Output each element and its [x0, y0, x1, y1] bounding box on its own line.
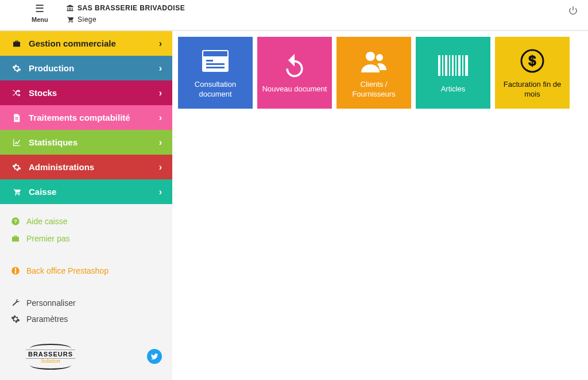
- nav-label: Gestion commerciale: [29, 39, 116, 48]
- svg-rect-17: [445, 55, 447, 76]
- cart-icon: [10, 187, 23, 197]
- nav-gestion-commerciale[interactable]: Gestion commerciale ›: [0, 31, 172, 56]
- hamburger-icon: ☰: [32, 2, 48, 15]
- nav-label: Production: [29, 63, 74, 73]
- svg-rect-23: [465, 55, 468, 76]
- link-personnaliser[interactable]: Personnaliser: [10, 298, 162, 308]
- link-label: Aide caisse: [26, 217, 68, 226]
- doc-consult-icon: [202, 47, 229, 75]
- nav-stocks[interactable]: Stocks ›: [0, 80, 172, 105]
- cog-icon: [10, 163, 23, 172]
- link-label: Back office Prestashop: [26, 266, 109, 275]
- tile-facturation[interactable]: $ Facturation fin de mois: [495, 37, 570, 109]
- svg-rect-11: [206, 63, 225, 65]
- twitter-button[interactable]: [147, 349, 162, 364]
- secondary-links: ? Aide caisse Premier pas Back office Pr…: [0, 204, 172, 336]
- svg-point-14: [376, 54, 383, 61]
- link-premier-pas[interactable]: Premier pas: [10, 234, 162, 243]
- cart-icon: [66, 15, 74, 24]
- svg-point-1: [72, 22, 73, 23]
- tile-label: Nouveau document: [262, 85, 327, 94]
- chevron-right-icon: ›: [159, 63, 162, 74]
- svg-point-3: [18, 194, 20, 195]
- gear-icon: [10, 314, 21, 324]
- barcode-icon: [438, 51, 468, 80]
- main-content: Consultation document Nouveau document C…: [172, 31, 588, 380]
- tile-articles[interactable]: Articles: [416, 37, 490, 109]
- nav-label: Administrations: [29, 162, 94, 172]
- sidebar: Gestion commerciale › Production › Stock…: [0, 31, 172, 380]
- twitter-icon: [150, 352, 158, 360]
- briefcase-icon: [10, 39, 23, 48]
- link-back-office[interactable]: Back office Prestashop: [10, 266, 162, 275]
- svg-point-13: [366, 52, 375, 61]
- link-label: Premier pas: [26, 234, 69, 243]
- undo-icon: [282, 51, 307, 80]
- link-parametres[interactable]: Paramètres: [10, 314, 162, 324]
- tile-label: Consultation document: [181, 80, 249, 99]
- nav-production[interactable]: Production ›: [0, 56, 172, 80]
- nav-label: Traitements comptabilité: [29, 113, 130, 122]
- chevron-right-icon: ›: [159, 187, 162, 197]
- svg-text:$: $: [528, 53, 536, 68]
- dollar-icon: $: [520, 47, 545, 75]
- menu-toggle-label: Menu: [32, 16, 48, 23]
- power-button[interactable]: [568, 6, 578, 17]
- tile-label: Facturation fin de mois: [498, 80, 566, 99]
- company-name: SAS BRASSERIE BRIVADOISE: [78, 4, 185, 12]
- brand-logo: BRASSEURS Solution: [16, 342, 85, 371]
- svg-text:?: ?: [14, 218, 17, 224]
- nav-administrations[interactable]: Administrations ›: [0, 155, 172, 179]
- svg-rect-15: [438, 55, 440, 76]
- tile-nouveau-document[interactable]: Nouveau document: [257, 37, 332, 109]
- nav-traitements-comptabilite[interactable]: Traitements comptabilité ›: [0, 105, 172, 130]
- svg-rect-18: [449, 55, 450, 76]
- svg-rect-19: [452, 55, 454, 76]
- brand-sub: Solution: [41, 358, 60, 364]
- app-root: ☰ Menu SAS BRASSERIE BRIVADOISE Siege: [0, 0, 588, 380]
- nav-label: Stocks: [29, 88, 57, 98]
- svg-rect-10: [206, 60, 213, 62]
- chart-icon: [10, 138, 23, 147]
- header-info: SAS BRASSERIE BRIVADOISE Siege: [66, 3, 185, 26]
- nav-caisse[interactable]: Caisse ›: [0, 179, 172, 204]
- users-icon: [360, 47, 388, 75]
- svg-rect-8: [203, 51, 228, 56]
- location-name: Siege: [78, 16, 96, 24]
- link-label: Personnaliser: [26, 298, 76, 308]
- svg-rect-22: [462, 55, 463, 76]
- help-icon: ?: [10, 217, 21, 226]
- tile-clients-fournisseurs[interactable]: Clients / Fournisseurs: [336, 37, 411, 109]
- main-nav: Gestion commerciale › Production › Stock…: [0, 31, 172, 204]
- company-icon: [66, 3, 74, 13]
- svg-rect-20: [455, 55, 457, 76]
- shuffle-icon: [10, 89, 23, 98]
- link-label: Paramètres: [26, 314, 68, 324]
- svg-point-0: [68, 22, 69, 23]
- globe-icon: [10, 266, 21, 275]
- nav-label: Statistiques: [29, 137, 78, 147]
- tile-consultation-document[interactable]: Consultation document: [178, 37, 253, 109]
- dashboard-tiles: Consultation document Nouveau document C…: [178, 37, 582, 109]
- nav-label: Caisse: [29, 187, 56, 197]
- svg-rect-16: [442, 55, 443, 76]
- chevron-right-icon: ›: [159, 137, 162, 148]
- chevron-right-icon: ›: [159, 113, 162, 123]
- tile-label: Articles: [441, 85, 466, 94]
- body: Gestion commerciale › Production › Stock…: [0, 31, 588, 380]
- chevron-right-icon: ›: [159, 162, 162, 172]
- menu-toggle[interactable]: ☰ Menu: [32, 2, 48, 23]
- tile-label: Clients / Fournisseurs: [340, 80, 408, 99]
- chevron-right-icon: ›: [159, 39, 162, 49]
- svg-point-2: [15, 194, 16, 195]
- wrench-icon: [10, 298, 21, 308]
- chevron-right-icon: ›: [159, 88, 162, 98]
- nav-statistiques[interactable]: Statistiques ›: [0, 130, 172, 155]
- link-aide-caisse[interactable]: ? Aide caisse: [10, 217, 162, 226]
- sidebar-footer: BRASSEURS Solution: [0, 336, 172, 371]
- svg-rect-21: [458, 55, 461, 76]
- briefcase-icon: [10, 234, 21, 243]
- file-icon: [10, 113, 23, 122]
- gear-icon: [10, 64, 23, 73]
- header: ☰ Menu SAS BRASSERIE BRIVADOISE Siege: [0, 0, 588, 30]
